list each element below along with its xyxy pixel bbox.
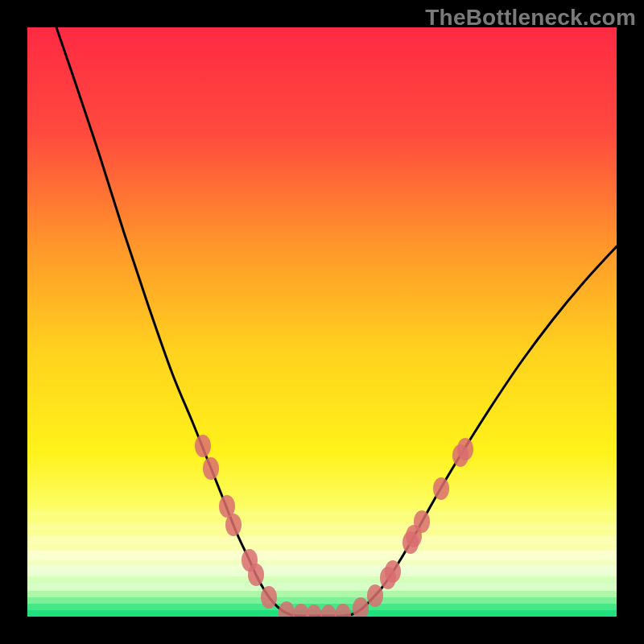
marker-group bbox=[195, 435, 473, 617]
data-marker bbox=[433, 477, 449, 500]
data-marker bbox=[385, 560, 401, 583]
data-marker bbox=[225, 514, 242, 536]
curve-segment bbox=[343, 246, 617, 616]
data-marker bbox=[261, 586, 277, 609]
bottleneck-curve bbox=[56, 27, 617, 616]
data-marker bbox=[195, 435, 211, 457]
data-marker bbox=[457, 438, 473, 460]
data-marker bbox=[248, 564, 264, 586]
data-marker bbox=[414, 510, 430, 533]
data-marker bbox=[335, 604, 351, 617]
data-marker bbox=[306, 605, 322, 617]
data-marker bbox=[279, 601, 295, 617]
chart-stage: TheBottleneck.com bbox=[0, 0, 644, 644]
curve-layer bbox=[27, 27, 617, 617]
plot-area bbox=[27, 27, 617, 617]
data-marker bbox=[353, 597, 369, 617]
curve-segment bbox=[56, 27, 301, 616]
data-marker bbox=[320, 605, 336, 617]
data-marker bbox=[203, 457, 219, 480]
data-marker bbox=[367, 584, 383, 607]
